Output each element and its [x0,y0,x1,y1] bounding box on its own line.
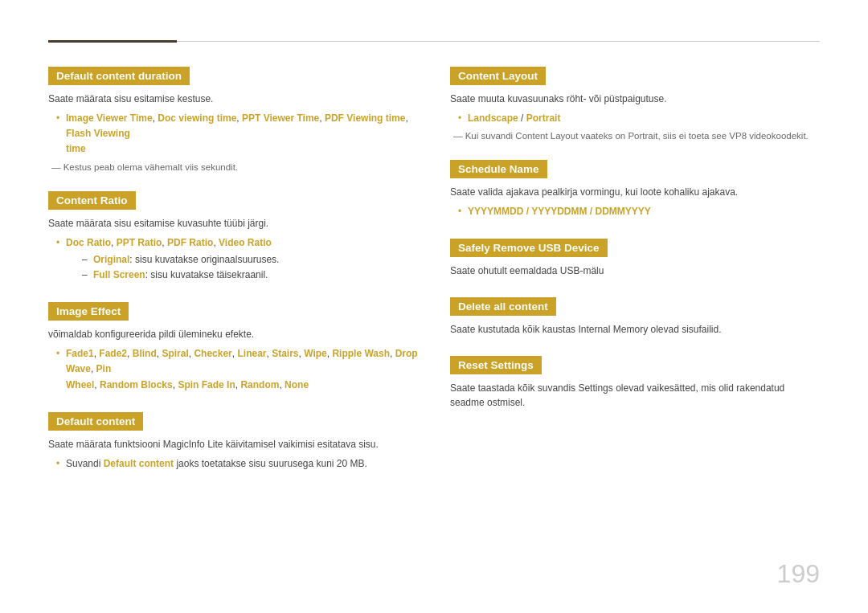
section-title-schedule-name: Schedule Name [450,160,547,178]
section-default-content-duration: Default content duration Saate määrata s… [48,67,418,172]
section-reset-settings: Reset Settings Saate taastada kõik suvan… [450,356,820,410]
list-item: Doc Ratio, PPT Ratio, PDF Ratio, Video R… [56,235,418,284]
highlight-text: Stairs [272,348,298,359]
highlight-text: Image Viewer Time [66,112,153,124]
highlight-text: Full Screen [93,269,145,280]
highlight-text: Fade2 [99,348,127,359]
highlight-text: Fade1 [66,348,94,359]
section-intro-delete-all-content: Saate kustutada kõik kaustas Internal Me… [450,322,820,337]
section-content-layout: Content Layout Saate muuta kuvasuunaks r… [450,67,820,141]
section-intro-default-content: Saate määrata funktsiooni MagicInfo Lite… [48,437,418,452]
section-intro-content-layout: Saate muuta kuvasuunaks röht- või püstpa… [450,92,820,106]
section-title-safely-remove-usb: Safely Remove USB Device [450,239,608,257]
highlight-text: PDF Ratio [167,237,213,248]
highlight-text: Linear [237,348,266,359]
highlight-text: Default content [104,458,174,469]
highlight-text: Blind [133,348,157,359]
column-right: Content Layout Saate muuta kuvasuunaks r… [450,67,820,491]
highlight-text: YYYYMMDD / YYYYDDMM / DDMMYYYY [468,206,651,217]
section-intro-safely-remove-usb: Saate ohutult eemaldada USB-mälu [450,264,820,278]
sub-list-content-ratio: Original: sisu kuvatakse originaalsuurus… [66,252,418,283]
top-decorative-lines [48,40,820,43]
section-title-default-content-duration: Default content duration [48,67,190,85]
highlight-text: Checker [194,348,231,359]
list-item: YYYYMMDD / YYYYDDMM / DDMMYYYY [458,204,820,219]
top-line-light [177,41,820,42]
highlight-text: None [285,379,309,390]
highlight-text: Settings [578,382,612,394]
top-line-dark [48,40,177,43]
section-list-schedule-name: YYYYMMDD / YYYYDDMM / DDMMYYYY [450,204,820,219]
highlight-text: Original [93,254,129,265]
list-item: Suvandi Default content jaoks toetatakse… [56,456,418,472]
highlight-text: PDF Viewing time [325,112,405,124]
page-container: Default content duration Saate määrata s… [0,0,868,523]
section-list-default-content: Suvandi Default content jaoks toetatakse… [48,456,418,472]
section-intro-schedule-name: Saate valida ajakava pealkirja vormingu,… [450,185,820,199]
section-title-default-content: Default content [48,412,143,431]
section-title-content-layout: Content Layout [450,67,546,85]
highlight-text: Doc viewing time [158,112,236,124]
list-item: Fade1, Fade2, Blind, Spiral, Checker, Li… [56,346,418,393]
section-list-image-effect: Fade1, Fade2, Blind, Spiral, Checker, Li… [48,346,418,393]
highlight-text: Portrait [628,131,657,141]
section-title-delete-all-content: Delete all content [450,297,556,316]
highlight-text: Spiral [162,348,188,359]
list-item: Landscape / Portrait [458,111,820,126]
highlight-text: Doc Ratio [66,237,111,248]
section-intro-image-effect: võimaldab konfigureerida pildi ülemineku… [48,327,418,341]
highlight-text: Ripple Wash [332,348,390,359]
section-list-content-ratio: Doc Ratio, PPT Ratio, PDF Ratio, Video R… [48,235,418,284]
section-title-content-ratio: Content Ratio [48,191,136,210]
sub-list-item: Full Screen: sisu kuvatakse täisekraanil… [82,268,418,283]
section-note-duration: — Kestus peab olema vähemalt viis sekund… [48,162,418,172]
section-delete-all-content: Delete all content Saate kustutada kõik … [450,297,820,337]
highlight-text: Video Ratio [219,237,272,248]
section-list-default-content-duration: Image Viewer Time, Doc viewing time, PPT… [48,111,418,157]
section-note-content-layout: — Kui suvandi Content Layout vaateks on … [450,131,820,141]
highlight-text: Content Layout [515,131,578,141]
highlight-text: Internal Memory [578,324,648,335]
highlight-text: PPT Ratio [117,237,162,248]
section-safely-remove-usb: Safely Remove USB Device Saate ohutult e… [450,239,820,278]
highlight-text: PPT Viewer Time [242,112,319,124]
section-image-effect: Image Effect võimaldab konfigureerida pi… [48,302,418,393]
highlight-text: Flash Viewingtime [66,128,130,154]
column-left: Default content duration Saate määrata s… [48,67,418,491]
page-number: 199 [777,559,820,589]
section-content-ratio: Content Ratio Saate määrata sisu esitami… [48,191,418,284]
section-title-reset-settings: Reset Settings [450,356,542,374]
highlight-text: Portrait [526,112,561,124]
section-intro-content-ratio: Saate määrata sisu esitamise kuvasuhte t… [48,216,418,231]
highlight-text: Spin Fade In [178,379,235,390]
section-schedule-name: Schedule Name Saate valida ajakava pealk… [450,160,820,219]
section-intro-reset-settings: Saate taastada kõik suvandis Settings ol… [450,381,820,410]
section-default-content: Default content Saate määrata funktsioon… [48,412,418,472]
highlight-text: MagicInfo Lite [163,439,223,450]
list-item: Image Viewer Time, Doc viewing time, PPT… [56,111,418,157]
section-intro-default-content-duration: Saate määrata sisu esitamise kestuse. [48,92,418,106]
sub-list-item: Original: sisu kuvatakse originaalsuurus… [82,252,418,268]
highlight-text: Random [240,379,279,390]
highlight-text: Random Blocks [100,379,173,390]
highlight-text: Wipe [304,348,327,359]
content-columns: Default content duration Saate määrata s… [48,67,820,491]
highlight-text: Landscape [468,112,518,124]
section-list-content-layout: Landscape / Portrait [450,111,820,126]
section-title-image-effect: Image Effect [48,302,129,321]
